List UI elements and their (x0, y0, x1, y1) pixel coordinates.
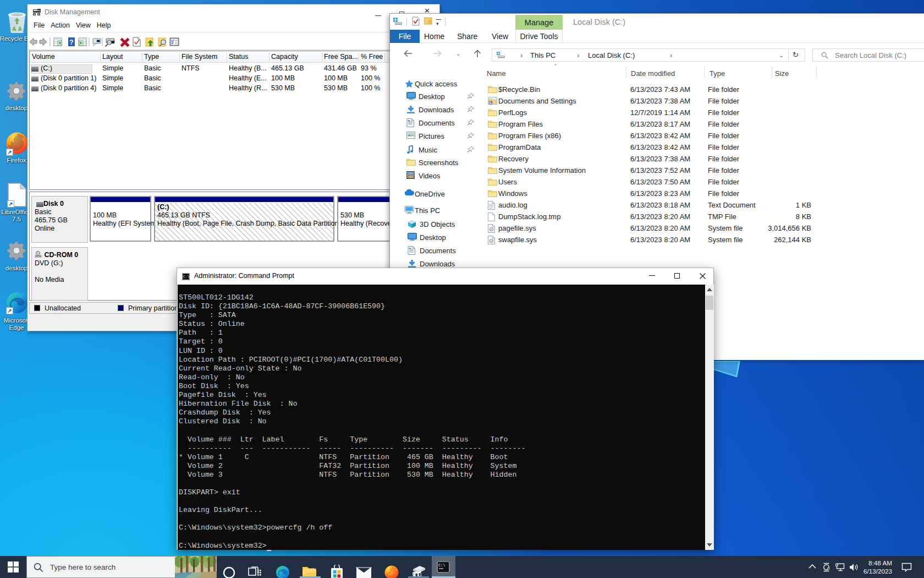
svg-text:C:\: C:\ (438, 563, 446, 568)
svg-text:C:\: C:\ (183, 275, 190, 279)
svg-text:?: ? (69, 39, 73, 46)
